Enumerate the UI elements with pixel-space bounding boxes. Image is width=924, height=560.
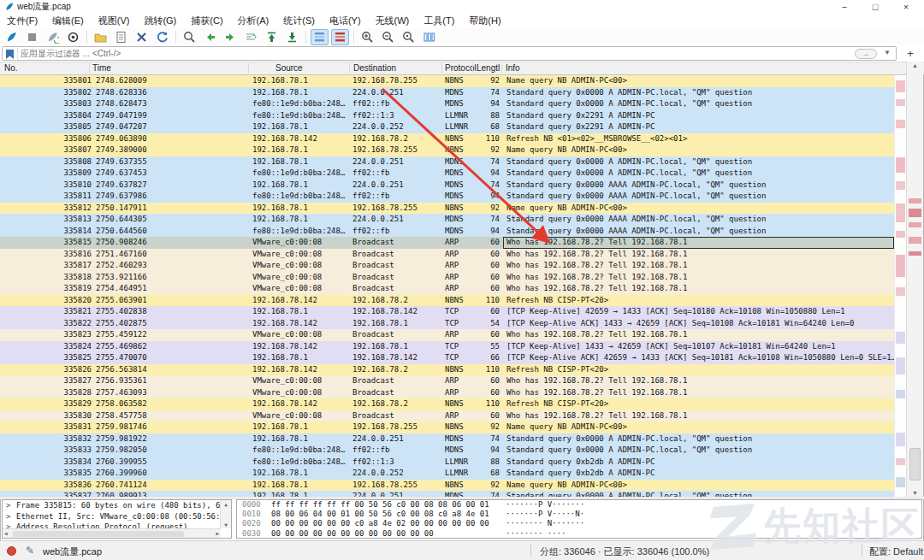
packet-row[interactable]: 3358312759.981746192.168.78.1192.168.78.… <box>0 421 894 433</box>
menu-item[interactable]: 文件(F) <box>7 15 38 27</box>
packet-row[interactable]: 3358092749.637453fe80::1e9d:b0ba:248…ff0… <box>0 168 894 180</box>
detail-tree-item[interactable]: >Ethernet II, Src: VMware_c0:00:08 (00:5… <box>3 511 231 522</box>
packet-row[interactable]: 3358132750.644305192.168.78.1224.0.0.251… <box>0 214 894 226</box>
scroll-left-icon[interactable]: ◀ <box>4 530 8 536</box>
col-destination[interactable]: Destination <box>353 63 396 73</box>
save-file-icon[interactable] <box>112 29 130 45</box>
scroll-up-icon[interactable]: ▲ <box>221 501 231 507</box>
maximize-button[interactable]: □ <box>861 0 890 14</box>
auto-scroll-icon[interactable] <box>331 29 349 45</box>
menu-item[interactable]: 编辑(E) <box>52 15 84 27</box>
open-file-icon[interactable] <box>92 29 110 45</box>
menu-item[interactable]: 帮助(H) <box>469 15 500 27</box>
packet-row[interactable]: 3358262756.563814192.168.78.142192.168.7… <box>0 364 894 376</box>
packet-row[interactable]: 3358342760.399955fe80::1e9d:b0ba:248…ff0… <box>0 457 894 469</box>
packet-row[interactable]: 3358142750.644560fe80::1e9d:b0ba:248…ff0… <box>0 226 894 238</box>
restart-capture-icon[interactable] <box>44 29 62 45</box>
packet-row[interactable]: 3358082749.637355192.168.78.1224.0.0.251… <box>0 156 894 168</box>
menu-item[interactable]: 视图(V) <box>98 15 130 27</box>
display-filter-input[interactable] <box>21 47 859 60</box>
scrollbar-thumb[interactable] <box>909 448 921 480</box>
col-source[interactable]: Source <box>275 63 303 73</box>
go-to-top-icon[interactable] <box>263 29 281 45</box>
packet-row[interactable]: 3358022748.628336192.168.78.1224.0.0.251… <box>0 87 894 99</box>
col-time[interactable]: Time <box>92 63 111 73</box>
col-length[interactable]: Lengtl <box>477 63 500 73</box>
expert-info-icon[interactable] <box>7 546 16 556</box>
zoom-in-icon[interactable] <box>358 29 376 45</box>
go-to-bottom-icon[interactable] <box>283 29 301 45</box>
packet-row[interactable]: 3358072749.389000192.168.78.1192.168.78.… <box>0 144 894 156</box>
hex-row[interactable]: 002000 00 00 00 00 00 c0 a8 4e 02 00 00 … <box>237 519 921 528</box>
capture-comment-icon[interactable]: ✎ <box>26 545 34 557</box>
hex-row[interactable]: 0000ff ff ff ff ff ff 00 50 56 c0 00 08 … <box>237 500 921 510</box>
hex-row[interactable]: 003000 00 00 00 00 00 00 00 00 00 00 00·… <box>237 529 921 539</box>
packet-row[interactable]: 3358032748.628473fe80::1e9d:b0ba:248…ff0… <box>0 98 894 110</box>
scrollbar-thumb[interactable] <box>13 531 184 537</box>
packet-row[interactable]: 3358252755.470070192.168.78.1192.168.78.… <box>0 352 894 364</box>
minimize-button[interactable]: − <box>830 0 859 14</box>
hex-row[interactable]: 001008 00 06 04 00 01 00 50 56 c0 00 08 … <box>237 510 921 519</box>
packet-row[interactable]: 3358232755.459122VMware_c0:00:08Broadcas… <box>0 329 894 341</box>
packet-row[interactable]: 3358292758.063582192.168.78.142192.168.7… <box>0 398 894 410</box>
colorize-packets-icon[interactable] <box>311 29 329 45</box>
zoom-out-icon[interactable] <box>379 29 397 45</box>
go-forward-icon[interactable] <box>222 29 240 45</box>
scroll-down-icon[interactable]: ▼ <box>907 490 923 496</box>
packet-row[interactable]: 3358302758.457758VMware_c0:00:08Broadcas… <box>0 410 894 422</box>
packet-row[interactable]: 3358172752.460293VMware_c0:00:08Broadcas… <box>0 260 894 272</box>
packet-row[interactable]: 3358212755.402838192.168.78.1192.168.78.… <box>0 306 894 318</box>
packet-row[interactable]: 3358102749.637827192.168.78.1224.0.0.251… <box>0 180 894 192</box>
find-packet-icon[interactable] <box>181 29 198 45</box>
status-profile[interactable]: 配置: Default <box>869 545 923 558</box>
col-no[interactable]: No. <box>4 63 18 73</box>
menu-item[interactable]: 无线(W) <box>376 15 410 27</box>
packet-row[interactable]: 3358122750.147911192.168.78.1192.168.78.… <box>0 203 894 215</box>
packet-row[interactable]: 3358052749.047207192.168.78.1224.0.0.252… <box>0 121 894 133</box>
packet-row[interactable]: 3358012748.628009192.168.78.1192.168.78.… <box>0 75 894 87</box>
menu-item[interactable]: 统计(S) <box>283 15 315 27</box>
display-filter-box[interactable]: → ▼ <box>2 46 897 61</box>
go-to-packet-icon[interactable] <box>242 29 260 45</box>
packet-row[interactable]: 3358282757.463093VMware_c0:00:08Broadcas… <box>0 387 894 399</box>
packet-list-scrollbar[interactable]: ▲ ▼ <box>906 62 923 497</box>
packet-row[interactable]: 3358332759.982050fe80::1e9d:b0ba:248…ff0… <box>0 445 894 457</box>
packet-row[interactable]: 3358202755.063901192.168.78.142192.168.7… <box>0 295 894 307</box>
go-back-icon[interactable] <box>201 29 219 45</box>
packet-row[interactable]: 3358372760.989913192.168.78.1224.0.0.251… <box>0 491 894 497</box>
menu-item[interactable]: 电话(Y) <box>329 15 361 27</box>
expand-chevron-icon[interactable]: > <box>6 511 10 522</box>
detail-scrollbar-vertical[interactable]: ▲ ▼ <box>220 500 231 528</box>
packet-row[interactable]: 3358272756.935361VMware_c0:00:08Broadcas… <box>0 375 894 387</box>
reload-file-icon[interactable] <box>153 29 171 45</box>
scroll-up-icon[interactable]: ▲ <box>907 62 923 68</box>
scroll-right-icon[interactable]: ▶ <box>216 530 219 536</box>
apply-filter-button[interactable]: → <box>855 49 877 59</box>
packet-row[interactable]: 3358112749.637986fe80::1e9d:b0ba:248…ff0… <box>0 191 894 203</box>
packet-row[interactable]: 3358162751.467160VMware_c0:00:08Broadcas… <box>0 249 894 261</box>
add-filter-button[interactable]: + <box>903 47 917 60</box>
packet-row[interactable]: 3358192754.464951VMware_c0:00:08Broadcas… <box>0 283 894 295</box>
menu-item[interactable]: 工具(T) <box>424 15 454 27</box>
resize-columns-icon[interactable] <box>420 29 438 45</box>
detail-tree-item[interactable]: >Frame 335815: 60 bytes on wire (480 bit… <box>3 500 231 511</box>
col-info[interactable]: Info <box>506 63 520 73</box>
scroll-down-icon[interactable]: ▼ <box>221 522 231 528</box>
close-button[interactable]: × <box>891 0 921 14</box>
capture-options-icon[interactable] <box>64 29 82 45</box>
packet-row[interactable]: 3358182753.921166VMware_c0:00:08Broadcas… <box>0 272 894 284</box>
menu-item[interactable]: 分析(A) <box>238 15 270 27</box>
packet-row[interactable]: 3358222755.402875192.168.78.142192.168.7… <box>0 318 894 330</box>
detail-scrollbar-horizontal[interactable]: ◀ ▶ <box>3 528 221 538</box>
packet-row[interactable]: 3358322759.981922192.168.78.1224.0.0.251… <box>0 433 894 445</box>
packet-row[interactable]: 3358152750.908246VMware_c0:00:08Broadcas… <box>0 237 894 249</box>
packet-row[interactable]: 3358362760.741124192.168.78.1192.168.78.… <box>0 480 894 492</box>
packet-row[interactable]: 3358062749.063890192.168.78.142192.168.7… <box>0 133 894 145</box>
expand-chevron-icon[interactable]: > <box>6 500 10 511</box>
filter-bookmark-icon[interactable] <box>5 49 15 60</box>
stop-capture-icon[interactable] <box>23 29 41 45</box>
filter-dropdown-caret[interactable]: ▼ <box>884 49 891 56</box>
close-file-icon[interactable] <box>133 29 151 45</box>
zoom-reset-icon[interactable] <box>400 29 418 45</box>
packet-row[interactable]: 3358042749.047199fe80::1e9d:b0ba:248…ff0… <box>0 110 894 122</box>
